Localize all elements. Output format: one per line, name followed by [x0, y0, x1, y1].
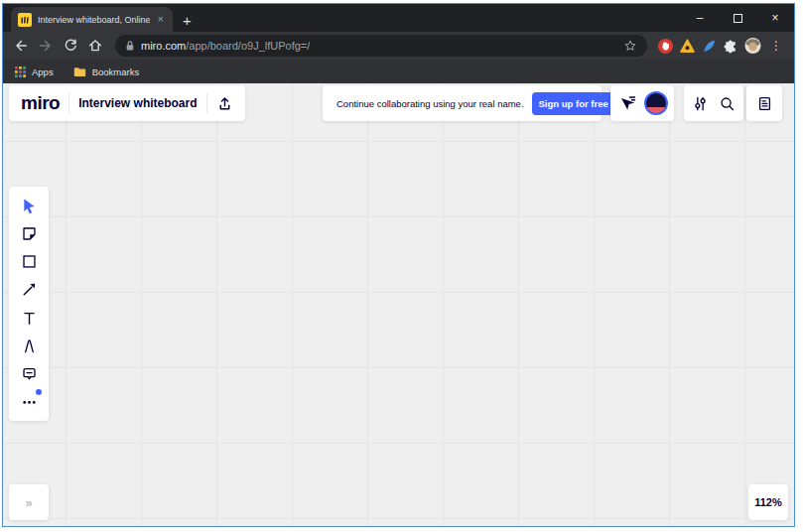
close-window-button[interactable]: ×: [756, 4, 794, 32]
bookmarks-label: Bookmarks: [92, 66, 140, 77]
sticky-note-tool[interactable]: [19, 223, 39, 243]
expand-panel-card[interactable]: »: [9, 484, 49, 520]
folder-icon: [73, 66, 86, 77]
shape-tool[interactable]: [19, 252, 39, 272]
home-icon[interactable]: [85, 36, 105, 56]
whiteboard-canvas[interactable]: miro Interview whiteboard Continue colla…: [3, 83, 794, 526]
bookmarks-bar: Apps Bookmarks: [3, 60, 794, 83]
back-icon[interactable]: [11, 36, 31, 56]
notes-card: [746, 85, 782, 121]
signup-banner-card: Continue collaborating using your real n…: [323, 85, 602, 121]
miro-favicon-icon: [18, 13, 32, 27]
divider: [206, 93, 207, 113]
puzzle-extension-icon[interactable]: [723, 38, 739, 55]
zoom-level-card[interactable]: 112%: [748, 484, 788, 520]
board-actions-card: [684, 85, 743, 121]
user-avatar[interactable]: [644, 91, 668, 115]
url-bar[interactable]: miro.com/app/board/o9J_lfUPofg=/: [115, 35, 647, 57]
board-title[interactable]: Interview whiteboard: [78, 96, 197, 110]
text-tool[interactable]: [19, 308, 39, 328]
reload-icon[interactable]: [61, 36, 80, 56]
search-icon[interactable]: [719, 95, 736, 112]
collaborators-card: [610, 85, 674, 121]
window-controls: – ×: [681, 4, 794, 32]
comment-tool[interactable]: [19, 364, 39, 384]
url-path: /app/board/o9J_lfUPofg=/: [186, 40, 310, 52]
lock-icon: [125, 40, 135, 52]
miro-logo[interactable]: miro: [21, 92, 60, 114]
browser-navbar: miro.com/app/board/o9J_lfUPofg=/ ⋮: [3, 32, 794, 60]
forward-icon[interactable]: [36, 36, 56, 56]
bookmark-star-icon[interactable]: [623, 39, 637, 53]
arrow-tool[interactable]: [19, 280, 39, 300]
divider: [68, 93, 69, 113]
tool-palette: [9, 187, 49, 421]
zoom-level: 112%: [754, 496, 782, 508]
board-notes-icon[interactable]: [756, 95, 773, 112]
banner-message: Continue collaborating using your real n…: [336, 98, 524, 109]
screenshot-frame: Interview whiteboard, Online Whi × + – ×: [0, 0, 803, 532]
new-tab-button[interactable]: +: [183, 13, 192, 28]
apps-grid-icon: [15, 66, 26, 77]
apps-shortcut[interactable]: Apps: [15, 66, 54, 77]
more-tools[interactable]: [19, 392, 39, 412]
export-board-icon[interactable]: [216, 92, 233, 114]
url-text: miro.com/app/board/o9J_lfUPofg=/: [141, 40, 310, 52]
apps-label: Apps: [32, 66, 54, 77]
url-domain: miro.com: [141, 40, 186, 52]
triangle-extension-icon[interactable]: [679, 38, 696, 55]
profile-avatar[interactable]: [744, 38, 761, 55]
feather-extension-icon[interactable]: [701, 38, 718, 55]
notification-dot: [36, 389, 42, 395]
maximize-button[interactable]: [719, 4, 756, 32]
select-tool[interactable]: [19, 196, 39, 215]
filters-icon[interactable]: [692, 95, 709, 112]
browser-tab[interactable]: Interview whiteboard, Online Whi ×: [11, 7, 173, 32]
sign-up-button[interactable]: Sign up for free: [532, 92, 615, 115]
minimize-button[interactable]: –: [681, 4, 719, 32]
board-header-card: miro Interview whiteboard: [9, 85, 245, 121]
browser-menu-icon[interactable]: ⋮: [766, 39, 786, 53]
bookmarks-folder[interactable]: Bookmarks: [73, 66, 140, 77]
tab-close-icon[interactable]: ×: [156, 13, 166, 26]
tab-title: Interview whiteboard, Online Whi: [38, 15, 150, 25]
browser-titlebar: Interview whiteboard, Online Whi × + – ×: [3, 4, 794, 32]
pen-tool[interactable]: [19, 335, 39, 355]
browser-window: Interview whiteboard, Online Whi × + – ×: [2, 3, 795, 527]
collaborator-cursors-icon[interactable]: [617, 93, 637, 113]
adblock-extension-icon[interactable]: [657, 38, 674, 55]
expand-panel-icon[interactable]: »: [25, 495, 32, 510]
